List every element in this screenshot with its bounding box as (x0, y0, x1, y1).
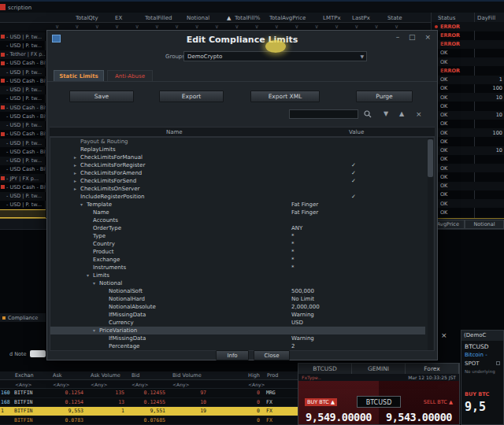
position-row[interactable]: - Tether | FX p... (0, 50, 46, 59)
tree-row-checkmark[interactable]: ✓ (351, 161, 356, 169)
status-row[interactable]: OK 100 (432, 128, 504, 137)
position-row[interactable]: - USD | P. tw... (0, 157, 46, 165)
tree-row-value[interactable]: No Limit (291, 295, 314, 303)
status-row[interactable]: OK (432, 57, 504, 66)
tree-row-value[interactable]: * (291, 264, 295, 272)
quote-row[interactable]: 160 BITFIN 0.1254 135 0.12455 97 0 MRG (0, 389, 298, 398)
expand-icon[interactable]: ▸ (74, 153, 80, 161)
expand-icon[interactable]: ▾ (87, 272, 93, 279)
notional-column-header[interactable]: Notional (465, 220, 504, 229)
instrument-pair-box[interactable]: BTCUSD (357, 396, 401, 408)
column-header[interactable]: LMTPx (323, 15, 341, 21)
tree-row[interactable]: ReplayLimits (50, 146, 425, 153)
tree-row-value[interactable]: Fat Finger (291, 201, 318, 209)
status-row[interactable]: OK (432, 182, 504, 190)
position-row[interactable]: - USD | P. tw... (0, 192, 46, 201)
status-row[interactable]: OK 10 (432, 146, 504, 155)
status-row[interactable]: OK (432, 208, 504, 216)
tree-row-value[interactable]: USD (291, 319, 303, 327)
expand-icon[interactable]: ▾ (93, 279, 99, 287)
quotes-column-filter[interactable]: <Any> (88, 380, 129, 388)
minimize-icon[interactable]: – (396, 33, 400, 41)
quote-row[interactable]: BITFIN 0.0783 0.07685 0 FX (0, 416, 298, 425)
tree-row[interactable]: ▸CheckLimitsForAmend ✓ (50, 169, 425, 177)
sell-button[interactable]: SELL BTC ▲ (424, 399, 453, 405)
compliance-panel-tab[interactable]: Compliance (0, 313, 46, 322)
quotes-column-filter[interactable]: <Any> (13, 380, 50, 388)
position-row[interactable]: - USD | P. tw... (0, 201, 46, 209)
note-button[interactable] (30, 350, 46, 357)
tree-row[interactable]: NotionalAbsolute 2,000,000 (50, 303, 425, 311)
status-row[interactable]: OK (432, 172, 504, 181)
position-row[interactable]: - USD | P. tw... (0, 41, 46, 50)
expand-icon[interactable]: ▸ (74, 169, 80, 177)
status-row[interactable]: OK 10 (432, 111, 504, 120)
status-row[interactable]: OK (432, 102, 504, 110)
search-icon[interactable] (364, 110, 372, 121)
status-row[interactable]: OK (432, 199, 504, 208)
tree-row[interactable]: ▸CheckLimitsForSend ✓ (50, 177, 425, 185)
buy-button[interactable]: BUY BTC ▲ (305, 398, 337, 406)
side-buy-label[interactable]: BUY BTC (465, 391, 489, 397)
find-next-icon[interactable]: ▼ (384, 109, 388, 119)
column-header[interactable]: TotalQty (76, 15, 98, 21)
status-row[interactable]: ERROR (432, 22, 504, 31)
tree-row[interactable]: Type * (50, 232, 425, 240)
position-row[interactable]: - USD | P. tw... (0, 139, 46, 147)
search-input[interactable] (289, 109, 358, 119)
column-header[interactable]: EX (115, 15, 122, 21)
quotes-column-header[interactable]: Bid Volume (170, 371, 211, 379)
status-row[interactable]: ERROR (432, 66, 504, 75)
side-ticket-header[interactable]: (DemoC (461, 331, 503, 341)
column-header[interactable]: State (387, 15, 402, 21)
tree-row[interactable]: ▸CheckLimitsOnServer (50, 185, 425, 193)
close-icon[interactable]: × (441, 331, 447, 339)
note-label[interactable]: d Note (9, 351, 27, 357)
tree-row-value[interactable]: * (291, 232, 295, 240)
value-column-header[interactable]: Value (349, 129, 364, 135)
find-prev-icon[interactable]: ▲ (399, 109, 404, 119)
quote-row[interactable]: 168 BITFIN 0.1254 13 0.12455 10 0 FX (0, 398, 298, 408)
status-row[interactable]: OK 1 (432, 76, 504, 84)
position-row[interactable]: - USD Cash - Bitco... (0, 183, 46, 191)
column-header[interactable]: Notional (187, 15, 209, 21)
tree-row-value[interactable]: * (291, 248, 295, 256)
close-button[interactable]: Close (254, 350, 290, 360)
status-row[interactable]: OK 100 (432, 84, 504, 93)
tree-scrollbar[interactable] (428, 138, 433, 350)
tree-row-checkmark[interactable]: ✓ (351, 193, 356, 201)
position-row[interactable]: - USD Cash - Bitco... (0, 76, 46, 85)
tree-row[interactable]: Instruments * (50, 264, 425, 272)
tree-row[interactable]: Name Fat Finger (50, 209, 425, 216)
info-button[interactable]: Info (216, 350, 249, 360)
ticket-tab[interactable]: Forex (406, 364, 459, 374)
tab-static-limits[interactable]: Static Limits (54, 70, 104, 81)
tree-row-value[interactable]: 2,000,000 (291, 303, 320, 311)
save-button[interactable]: Save (69, 91, 134, 102)
ticket-tab[interactable]: GEMINI (352, 364, 406, 374)
ticket-tab[interactable]: BTCUSD (298, 364, 352, 374)
scrollbar-thumb[interactable] (428, 139, 433, 177)
tree-row[interactable]: IncludeRegisterPosition ✓ (50, 193, 425, 201)
tree-row-value[interactable]: Warning (291, 334, 314, 342)
column-header[interactable]: DayFill (477, 15, 495, 21)
quotes-column-header[interactable] (0, 371, 13, 379)
export-button[interactable]: Export (159, 91, 224, 102)
quotes-column-filter[interactable]: <Any> (50, 380, 88, 388)
expand-icon[interactable]: ▸ (74, 177, 80, 185)
status-row[interactable]: OK 10 (432, 93, 504, 102)
position-row[interactable]: - USD | P. tw... (0, 86, 46, 94)
expand-icon[interactable]: ▾ (93, 327, 99, 334)
tree-row-value[interactable]: * (291, 240, 295, 248)
position-row[interactable]: - USD | P. tw... (0, 32, 46, 41)
quotes-column-header[interactable] (211, 371, 246, 379)
purge-button[interactable]: Purge (356, 91, 413, 102)
tree-row[interactable]: Product * (50, 248, 425, 256)
tree-row-value[interactable]: 2 (291, 342, 295, 350)
tree-row[interactable]: IfMissingData Warning (50, 311, 425, 319)
tree-row[interactable]: OrderType ANY (50, 224, 425, 232)
position-row[interactable]: - USD Cash - Bitco... (0, 147, 46, 156)
quote-row[interactable]: 1 BITFIN 9,553 1 9,551 19 0 FX (0, 407, 298, 416)
quotes-column-header[interactable]: Bid (129, 371, 170, 379)
position-row[interactable]: - USD Cash - Bitco... (0, 103, 46, 112)
